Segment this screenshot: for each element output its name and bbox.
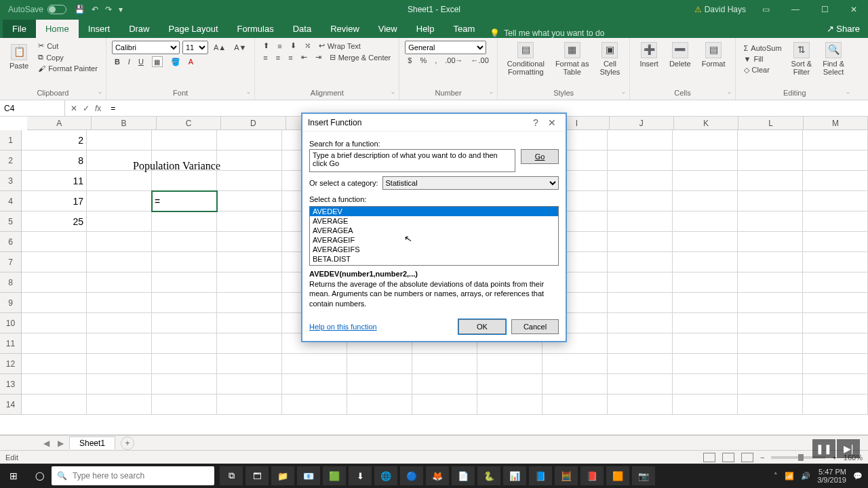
cell[interactable] bbox=[217, 171, 282, 191]
taskbar-app[interactable]: 🟩 bbox=[323, 466, 346, 485]
cell[interactable] bbox=[152, 252, 217, 272]
cell[interactable] bbox=[87, 293, 152, 313]
cell[interactable] bbox=[282, 394, 347, 415]
cell[interactable] bbox=[608, 333, 673, 354]
cell[interactable] bbox=[22, 374, 87, 394]
normal-view-button[interactable] bbox=[703, 453, 715, 462]
row-header[interactable]: 7 bbox=[0, 252, 21, 272]
share-button[interactable]: ↗ Share bbox=[818, 20, 868, 38]
taskbar-app[interactable]: 🐍 bbox=[477, 466, 500, 485]
cell[interactable] bbox=[608, 130, 673, 150]
cell[interactable] bbox=[87, 211, 152, 232]
cell[interactable] bbox=[152, 232, 217, 252]
cell[interactable] bbox=[87, 394, 152, 415]
cell[interactable] bbox=[608, 191, 673, 211]
italic-button[interactable]: I bbox=[125, 57, 133, 66]
cell[interactable] bbox=[22, 313, 87, 333]
row-header[interactable]: 1 bbox=[0, 130, 21, 150]
cell[interactable] bbox=[803, 150, 868, 171]
function-list-item[interactable]: AVERAGEA bbox=[310, 226, 558, 235]
cell[interactable] bbox=[217, 272, 282, 293]
column-header[interactable]: M bbox=[804, 117, 868, 129]
dialog-close-icon[interactable]: ✕ bbox=[544, 117, 560, 128]
tab-file[interactable]: File bbox=[3, 20, 36, 38]
cell[interactable] bbox=[803, 272, 868, 293]
taskbar-app[interactable]: 🦊 bbox=[426, 466, 449, 485]
cell[interactable] bbox=[738, 354, 803, 374]
sort-filter-button[interactable]: ⇅Sort & Filter bbox=[787, 41, 816, 77]
cell[interactable] bbox=[217, 374, 282, 394]
cell[interactable] bbox=[608, 150, 673, 171]
cell[interactable] bbox=[738, 394, 803, 415]
cell[interactable] bbox=[608, 252, 673, 272]
decrease-decimal-button[interactable]: ←.00 bbox=[469, 56, 492, 65]
cell[interactable] bbox=[87, 232, 152, 252]
cell[interactable] bbox=[22, 354, 87, 374]
cell[interactable] bbox=[217, 252, 282, 272]
column-header[interactable]: C bbox=[157, 117, 221, 129]
sheet-tab-sheet1[interactable]: Sheet1 bbox=[69, 436, 115, 449]
dialog-titlebar[interactable]: Insert Function ? ✕ bbox=[302, 114, 566, 131]
cell[interactable] bbox=[803, 130, 868, 150]
cell[interactable]: 8 bbox=[22, 150, 87, 171]
tab-formulas[interactable]: Formulas bbox=[228, 20, 283, 38]
tab-team[interactable]: Team bbox=[444, 20, 485, 38]
cell[interactable] bbox=[412, 354, 477, 374]
network-icon[interactable]: 📶 bbox=[785, 472, 794, 481]
taskbar-app[interactable]: 📷 bbox=[632, 466, 655, 485]
row-header[interactable]: 5 bbox=[0, 211, 21, 232]
wrap-text-button[interactable]: ↩Wrap Text bbox=[316, 41, 363, 51]
row-header[interactable]: 8 bbox=[0, 272, 21, 293]
cell[interactable] bbox=[673, 374, 738, 394]
cell[interactable]: 25 bbox=[22, 211, 87, 232]
cell[interactable] bbox=[608, 171, 673, 191]
bold-button[interactable]: B bbox=[112, 57, 123, 66]
function-list-item[interactable]: AVERAGEIFS bbox=[310, 245, 558, 254]
cell[interactable] bbox=[87, 374, 152, 394]
comma-button[interactable]: , bbox=[432, 56, 439, 65]
cell[interactable] bbox=[608, 211, 673, 232]
taskbar-app[interactable]: 📄 bbox=[452, 466, 475, 485]
cell[interactable] bbox=[608, 293, 673, 313]
align-bottom-button[interactable]: ⬇ bbox=[288, 41, 299, 51]
cell[interactable] bbox=[217, 130, 282, 150]
fx-icon[interactable]: fx bbox=[95, 104, 101, 113]
cell[interactable] bbox=[738, 374, 803, 394]
cortana-button[interactable]: ◯ bbox=[27, 471, 52, 481]
cell[interactable] bbox=[803, 252, 868, 272]
cell[interactable] bbox=[477, 354, 542, 374]
cell[interactable] bbox=[738, 252, 803, 272]
cell[interactable]: 17 bbox=[22, 191, 87, 211]
column-header[interactable]: B bbox=[92, 117, 156, 129]
cell[interactable] bbox=[803, 374, 868, 394]
column-header[interactable]: L bbox=[738, 117, 803, 129]
cell[interactable] bbox=[673, 354, 738, 374]
cell[interactable] bbox=[803, 171, 868, 191]
cell[interactable] bbox=[803, 354, 868, 374]
cell[interactable] bbox=[22, 394, 87, 415]
border-button[interactable]: ▦ bbox=[149, 56, 165, 68]
cell[interactable] bbox=[738, 293, 803, 313]
tab-insert[interactable]: Insert bbox=[79, 20, 120, 38]
cell[interactable] bbox=[217, 354, 282, 374]
font-name-select[interactable]: Calibri bbox=[112, 41, 180, 54]
increase-indent-button[interactable]: ⇥ bbox=[313, 52, 324, 62]
name-box[interactable]: C4 bbox=[0, 100, 65, 116]
minimize-icon[interactable]: — bbox=[786, 5, 805, 14]
cell[interactable] bbox=[217, 333, 282, 354]
tell-me-search[interactable]: 💡 Tell me what you want to do bbox=[490, 28, 604, 38]
cell[interactable] bbox=[673, 150, 738, 171]
row-header[interactable]: 3 bbox=[0, 171, 21, 191]
cell[interactable] bbox=[347, 374, 412, 394]
cell[interactable] bbox=[282, 354, 347, 374]
start-button[interactable]: ⊞ bbox=[0, 470, 27, 481]
merge-center-button[interactable]: ⊟Merge & Center bbox=[327, 52, 394, 62]
cell[interactable] bbox=[673, 211, 738, 232]
decrease-indent-button[interactable]: ⇤ bbox=[298, 52, 310, 62]
taskbar-app[interactable]: 📕 bbox=[580, 466, 604, 485]
orientation-button[interactable]: ⤭ bbox=[302, 41, 313, 51]
cell[interactable] bbox=[22, 293, 87, 313]
cell[interactable] bbox=[87, 252, 152, 272]
format-painter-button[interactable]: 🖌Format Painter bbox=[35, 64, 100, 73]
cell[interactable] bbox=[217, 293, 282, 313]
